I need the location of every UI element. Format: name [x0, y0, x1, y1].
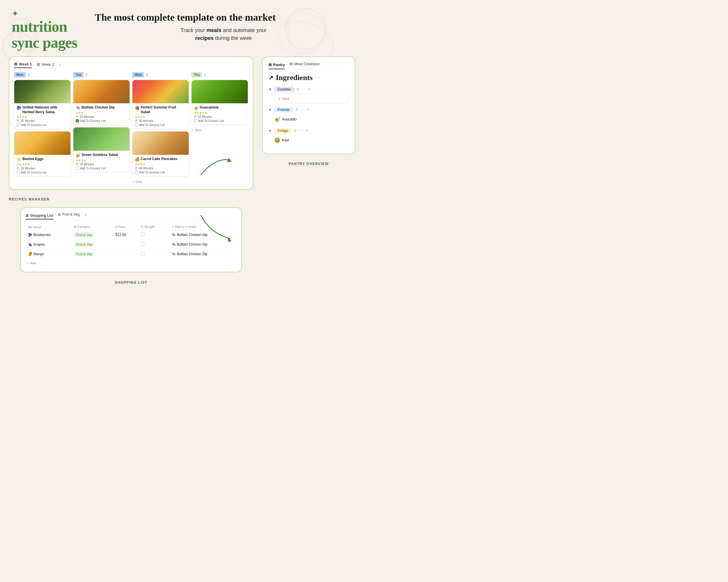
recipe-card-guac[interactable]: 🥑 Guacamole ★★★★★ ⏱ 15 Minutes Add To Gr…: [191, 80, 248, 125]
grocery-label-eggs: Add To Grocery List: [21, 171, 47, 174]
collapse-freezer-button[interactable]: ▼: [268, 108, 272, 111]
item-name-mango: 🥭 Mango: [26, 249, 71, 259]
recipe-img-halloumi: [14, 80, 71, 103]
day-badge-mon: Mon: [14, 72, 26, 77]
recipe-body-guac: 🥑 Guacamole ★★★★★ ⏱ 15 Minutes Add To Gr…: [191, 103, 248, 124]
recipe-body-carrot: 🍊 Carrot Cake Pancakes ★★★★ ⏱ 40 Minutes…: [132, 155, 189, 176]
recipe-body-halloumi: 🫐 Grilled Halloumi with Herbed Berry Sal…: [14, 103, 71, 129]
recipe-stars-goddess: ★★★★: [76, 159, 127, 162]
bought-check-grapes[interactable]: [141, 242, 145, 246]
recipe-body-buffalo: 🐃 Buffalo Chicken Dip ★★★ ⏱ 55 Minutes ✓…: [73, 103, 130, 124]
collapse-fridge-button[interactable]: ▼: [268, 129, 272, 132]
recipe-title-guac: Guacamole: [200, 105, 219, 110]
recipe-img-eggs: [14, 132, 71, 155]
grocery-label-carrot: Add To Grocery List: [139, 171, 165, 174]
recipe-stars-buffalo: ★★★: [76, 111, 127, 114]
plus-icon-counter: +: [278, 96, 280, 101]
recipe-card-halloumi[interactable]: 🫐 Grilled Halloumi with Herbed Berry Sal…: [14, 80, 71, 129]
tab-week2[interactable]: ⊞ Week 2: [37, 62, 54, 68]
day-count-wed: 2: [146, 73, 148, 77]
recipe-title-goddess: Green Goddess Salad: [81, 153, 118, 158]
table-row[interactable]: 🥭 Mango Fruit & Veg 🐃 Buffalo Chicke: [26, 249, 236, 259]
col-name-header: Aa Name: [26, 224, 71, 230]
recipe-card-eggs[interactable]: 🔆 Basted Eggs ★★★★★ ⏱ 10 Minutes Add To …: [14, 131, 71, 176]
main-layout: ⊞ Week 1 ⊞ Week 2 + Mon 3: [0, 56, 364, 293]
grocery-check-goddess[interactable]: [76, 167, 79, 170]
recipe-time-buffalo: ⏱ 55 Minutes: [76, 115, 127, 118]
buffalo-emoji-row1: 🐃: [172, 233, 176, 237]
grocery-row-carrot: Add To Grocery List: [135, 171, 186, 174]
fridge-items: 🥝 Kiwi: [274, 135, 349, 145]
cat-plus-counter[interactable]: +: [308, 87, 311, 92]
tab-pantry[interactable]: ⊞ Pantry: [268, 62, 285, 69]
pantry-more-button[interactable]: ···: [315, 75, 320, 80]
cat-plus-freezer[interactable]: +: [307, 107, 310, 112]
grocery-check-fruit[interactable]: [135, 123, 138, 127]
clock-icon-eggs: ⏱: [17, 167, 20, 170]
bought-check-mango[interactable]: [141, 252, 145, 255]
recipe-title-buffalo: Buffalo Chicken Dip: [81, 105, 115, 110]
item-recipe-blueberries: 🐃 Buffalo Chicken Dip: [169, 230, 236, 240]
tab-shopping-list[interactable]: ⊞ Shopping List: [26, 214, 53, 219]
recipe-time-label-halloumi: 35 Minutes: [21, 119, 35, 122]
cat-badge-freezer: Freezer: [274, 107, 293, 112]
add-shopping-tab-button[interactable]: +: [84, 213, 87, 218]
recipe-body-goddess: 🥑 Green Goddess Salad ★★★★ ⏱ 20 Minutes …: [73, 151, 130, 172]
recipe-card-carrot[interactable]: 🍊 Carrot Cake Pancakes ★★★★ ⏱ 40 Minutes…: [132, 131, 189, 176]
grocery-label-fruit: Add To Grocery List: [139, 123, 165, 127]
day-col-tue: Tue 2 🐃 Buffalo Chicken Dip ★★★: [73, 72, 130, 185]
logo-section: ✦ nutrition sync pages: [11, 9, 77, 51]
grocery-check-buffalo[interactable]: ✓: [76, 119, 79, 122]
tab-fruit-veg[interactable]: ⊞ Fruit & Veg: [58, 213, 79, 218]
item-recipe-grapes: 🐃 Buffalo Chicken Dip: [169, 240, 236, 249]
recipe-stars-eggs: ★★★★★: [17, 163, 68, 166]
cat-badge-counter: Counter: [274, 87, 294, 92]
item-name-blueberries: 🫐 Blueberries: [26, 230, 71, 240]
right-column: ⊞ Pantry ⊞ Meal Database ↗ Ingredients ·…: [262, 56, 355, 166]
recipe-time-label-guac: 15 Minutes: [198, 115, 212, 118]
recipe-img-guac: [191, 80, 248, 103]
item-category-mango: Fruit & Veg: [71, 249, 113, 259]
new-recipe-thu-button[interactable]: + New: [191, 127, 248, 133]
col-bought-header: ☑ Bought: [138, 224, 169, 230]
grocery-check-eggs[interactable]: [17, 171, 20, 174]
recipe-card-buffalo[interactable]: 🐃 Buffalo Chicken Dip ★★★ ⏱ 55 Minutes ✓…: [73, 80, 130, 125]
pantry-item-kiwi[interactable]: 🥝 Kiwi: [274, 135, 349, 145]
new-counter-item-area[interactable]: + New: [274, 94, 349, 104]
category-row-freezer: ▼ Freezer 0 ··· +: [268, 107, 349, 112]
grocery-check-halloumi[interactable]: [17, 123, 20, 127]
cat-dots-freezer[interactable]: ···: [300, 107, 305, 112]
tab-week1[interactable]: ⊞ Week 1: [14, 62, 32, 68]
table-row[interactable]: 🍇 Grapes Fruit & Veg 🐃 Buffalo Chick: [26, 240, 236, 249]
cat-dots-fridge[interactable]: ···: [298, 128, 303, 133]
grocery-check-guac[interactable]: [194, 119, 197, 122]
grocery-check-carrot[interactable]: [135, 171, 138, 174]
item-bought-blueberries: [138, 230, 169, 240]
counter-items: + New: [274, 94, 349, 104]
kiwi-emoji: 🥝: [274, 137, 280, 143]
cat-dots-counter[interactable]: ···: [301, 87, 306, 92]
recipe-card-goddess[interactable]: 🥑 Green Goddess Salad ★★★★ ⏱ 20 Minutes …: [73, 127, 130, 172]
bought-check-blueberries[interactable]: [141, 232, 145, 236]
day-header-tue: Tue 2: [73, 72, 130, 77]
grocery-row-buffalo: ✓ Add To Grocery List: [76, 119, 127, 122]
recipe-emoji-guac: 🥑: [194, 106, 199, 110]
pantry-item-avocado[interactable]: 🥑 Avocado: [274, 114, 349, 124]
new-shopping-item-button[interactable]: + New: [26, 259, 236, 267]
recipe-stars-halloumi: ★★★★: [17, 115, 68, 118]
tab-meal-database[interactable]: ⊞ Meal Database: [289, 62, 319, 66]
table-row[interactable]: 🫐 Blueberries Fruit & Veg $12.00 🐃 Bu: [26, 230, 236, 240]
cat-plus-fridge[interactable]: +: [306, 128, 308, 133]
collapse-counter-button[interactable]: ▼: [268, 88, 272, 91]
recipe-card-fruit[interactable]: 🍓 Perfect Summer Fruit Salad ★★★★ ⏱ 30 M…: [132, 80, 189, 129]
recipe-img-fruit: [132, 80, 189, 103]
left-column: ⊞ Week 1 ⊞ Week 2 + Mon 3: [9, 56, 253, 285]
plus-icon-wed: +: [133, 180, 134, 183]
add-week-button[interactable]: +: [59, 63, 61, 67]
recipe-emoji-fruit: 🍓: [135, 106, 139, 110]
col-category-header: ⊕ Category: [71, 224, 113, 230]
meal-db-label: Meal Database: [294, 62, 319, 66]
day-badge-thu: Thu: [191, 72, 202, 77]
new-recipe-wed-button[interactable]: + New: [132, 179, 189, 185]
recipe-time-guac: ⏱ 15 Minutes: [194, 115, 245, 118]
